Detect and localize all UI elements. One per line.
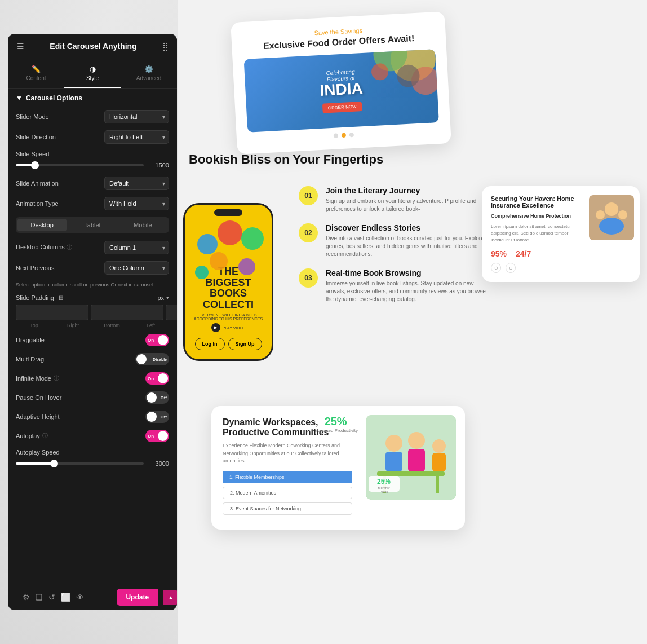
- grid-icon[interactable]: ⣿: [162, 42, 168, 51]
- section-arrow: ▼: [16, 94, 23, 102]
- desktop-columns-select[interactable]: Column 1 Column 2 Column 3: [104, 241, 169, 254]
- panel-title: Edit Carousel Anything: [50, 42, 136, 51]
- slide-speed-track[interactable]: [16, 164, 144, 166]
- slide-speed-thumb[interactable]: [31, 161, 39, 169]
- autoplay-speed-fill: [16, 462, 54, 465]
- slide-direction-select-wrapper: Right to Left Left to Right: [104, 130, 169, 144]
- device-icon[interactable]: ⬜: [61, 593, 70, 602]
- menu-icon[interactable]: ☰: [17, 42, 24, 51]
- adaptive-height-label: Adaptive Height: [16, 413, 60, 420]
- device-tabs: Desktop Tablet Mobile: [16, 217, 169, 233]
- tab-advanced[interactable]: ⚙️ Advanced: [121, 59, 177, 88]
- insurance-dots: ⊙ ⊙: [491, 263, 631, 273]
- slider-mode-select[interactable]: Horizontal Vertical: [104, 110, 169, 123]
- adaptive-height-row: Adaptive Height Off: [16, 411, 169, 423]
- insurance-card: Securing Your Haven: Home Insurance Exce…: [482, 186, 640, 282]
- slide-animation-label: Slide Animation: [16, 180, 59, 187]
- autoplay-row: Autoplay ⓘ On: [16, 430, 169, 442]
- panel-header: ☰ Edit Carousel Anything ⣿: [8, 34, 177, 59]
- device-tab-desktop[interactable]: Desktop: [17, 219, 67, 231]
- feature-3-content: Real-time Book Browsing Immerse yourself…: [326, 268, 490, 303]
- slide-animation-row: Slide Animation Default Fade: [16, 177, 169, 190]
- phone-mockup-wrapper: THEBIGGESTBOOKSCOLLECTI EVERYONE WILL FI…: [183, 203, 273, 361]
- stat-247: 24/7: [516, 249, 531, 258]
- svg-point-12: [605, 202, 618, 216]
- device-tab-mobile[interactable]: Mobile: [118, 219, 167, 231]
- autoplay-knob: [158, 431, 168, 441]
- svg-rect-22: [432, 453, 446, 471]
- svg-point-8: [210, 252, 228, 270]
- infinite-mode-toggle[interactable]: On: [145, 372, 169, 385]
- pause-on-hover-toggle[interactable]: Off: [145, 391, 169, 404]
- next-previous-label: Next Previous: [16, 264, 54, 271]
- history-icon[interactable]: ↺: [48, 593, 55, 602]
- svg-text:Monthly: Monthly: [378, 486, 389, 489]
- insurance-subtitle: Comprehensive Home Protection: [491, 213, 580, 219]
- desktop-columns-info-icon: ⓘ: [67, 244, 72, 250]
- multi-drag-label: Multi Drag: [16, 356, 44, 363]
- signup-button[interactable]: Sign Up: [228, 338, 262, 350]
- draggable-toggle[interactable]: On: [145, 334, 169, 346]
- slider-mode-select-wrapper: Horizontal Vertical: [104, 110, 169, 123]
- padding-left-label: Left: [132, 323, 169, 328]
- padding-inputs: 🔗: [16, 305, 169, 320]
- padding-field-labels: Top Right Bottom Left: [16, 323, 169, 328]
- adaptive-height-toggle[interactable]: Off: [145, 411, 169, 423]
- food-card-image: Celebrating Flavours of INDIA ORDER NOW: [244, 49, 439, 133]
- book-heading: Bookish Bliss on Your Fingertips: [189, 152, 383, 167]
- svg-rect-18: [385, 452, 402, 471]
- slide-direction-select[interactable]: Right to Left Left to Right: [104, 130, 169, 144]
- update-button[interactable]: Update: [117, 589, 158, 606]
- dot-1: [334, 133, 338, 138]
- feature-1-content: Join the Literary Journey Sign up and em…: [326, 186, 490, 213]
- carousel-options-section[interactable]: ▼ Carousel Options: [16, 94, 169, 102]
- tab-content[interactable]: ✏️ Content: [8, 59, 64, 88]
- workspace-item-2[interactable]: 2. Modern Amenities: [223, 487, 352, 499]
- update-caret-button[interactable]: ▲: [163, 590, 177, 605]
- infinite-mode-info-icon: ⓘ: [54, 374, 59, 382]
- autoplay-speed-row: Autoplay Speed 3000: [16, 449, 169, 467]
- svg-point-19: [408, 432, 425, 449]
- stat-95: 95%: [491, 249, 507, 258]
- tab-style[interactable]: ◑ Style: [64, 59, 121, 88]
- autoplay-speed-track[interactable]: [16, 462, 144, 465]
- device-tab-tablet[interactable]: Tablet: [68, 219, 117, 231]
- dot-3: [349, 133, 354, 137]
- eye-icon[interactable]: 👁: [76, 593, 84, 602]
- autoplay-speed-thumb[interactable]: [50, 460, 58, 467]
- next-previous-select[interactable]: One Column Two Columns: [104, 261, 169, 275]
- settings-icon[interactable]: ⚙: [23, 593, 30, 602]
- login-button[interactable]: Log In: [195, 338, 225, 350]
- animation-type-select[interactable]: With Hold No Hold: [104, 197, 169, 210]
- workspace-item-3[interactable]: 3. Event Spaces for Networking: [223, 502, 352, 515]
- tab-style-label: Style: [86, 75, 99, 81]
- slider-mode-row: Slider Mode Horizontal Vertical: [16, 110, 169, 123]
- insurance-stats: 95% 24/7: [491, 249, 580, 258]
- svg-rect-25: [436, 476, 439, 493]
- slide-speed-label: Slide Speed: [16, 151, 169, 157]
- padding-right-input[interactable]: [91, 305, 163, 320]
- monitor-icon: 🖥: [57, 294, 64, 301]
- desktop-columns-select-wrapper: Column 1 Column 2 Column 3: [104, 241, 169, 254]
- svg-point-6: [197, 234, 218, 254]
- padding-bottom-input[interactable]: [166, 305, 177, 320]
- feature-num-1: 01: [299, 186, 318, 205]
- autoplay-toggle[interactable]: On: [145, 430, 169, 442]
- header-icons-group: ⣿: [162, 42, 168, 51]
- workspace-item-1[interactable]: 1. Flexible Memberships: [223, 471, 352, 483]
- layers-icon[interactable]: ❑: [36, 593, 43, 602]
- infinite-mode-text: On: [148, 376, 154, 381]
- svg-point-15: [618, 210, 627, 219]
- feature-1-desc: Sign up and embark on your literary adve…: [326, 197, 490, 213]
- slide-animation-select[interactable]: Default Fade: [104, 177, 169, 190]
- padding-unit-area: px ▾: [157, 294, 169, 301]
- autoplay-label: Autoplay ⓘ: [16, 432, 48, 440]
- padding-top-input[interactable]: [16, 305, 88, 320]
- multi-drag-toggle[interactable]: Disable: [135, 353, 169, 365]
- draggable-row: Draggable On: [16, 334, 169, 346]
- pause-on-hover-row: Pause On Hover Off: [16, 391, 169, 404]
- stat-247-num: 24/7: [516, 249, 531, 258]
- svg-point-10: [195, 266, 209, 279]
- svg-rect-23: [377, 471, 445, 476]
- halfcircle-icon: ◑: [90, 65, 96, 73]
